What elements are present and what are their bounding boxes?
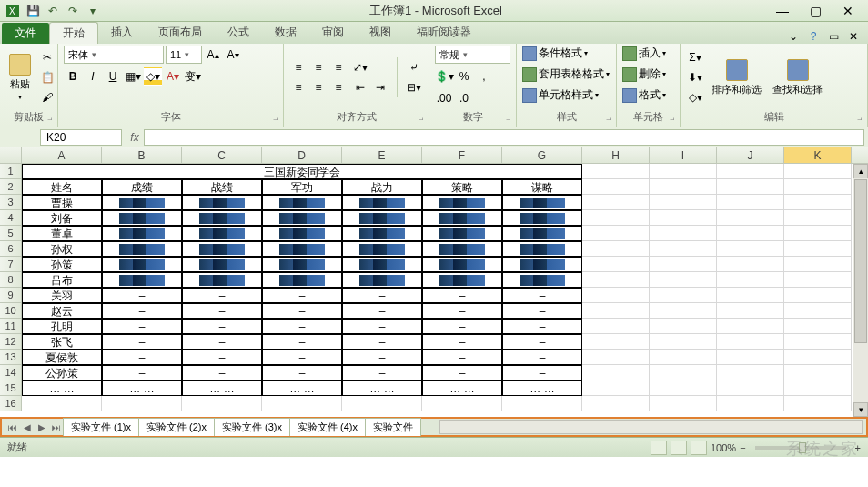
cell-I5[interactable]: [650, 226, 717, 241]
cell-G15[interactable]: … …: [502, 380, 582, 396]
cell-B10[interactable]: –: [102, 303, 182, 319]
cell-J9[interactable]: [717, 288, 784, 303]
cell-A1[interactable]: 三国新委同学会: [22, 164, 582, 179]
cell-E11[interactable]: –: [342, 319, 422, 334]
redo-icon[interactable]: ↷: [64, 2, 82, 20]
phonetic-button[interactable]: 变▾: [184, 67, 202, 86]
cell-E3[interactable]: [342, 195, 422, 210]
cell-C4[interactable]: [182, 210, 262, 226]
cell-J3[interactable]: [717, 195, 784, 210]
cell-H14[interactable]: [582, 365, 650, 380]
cell-K7[interactable]: [784, 257, 852, 272]
cell-B14[interactable]: –: [102, 365, 182, 380]
percent-icon[interactable]: %: [455, 67, 473, 86]
zoom-out-icon[interactable]: −: [740, 442, 745, 453]
view-normal-icon[interactable]: [651, 441, 667, 455]
tab-2[interactable]: 页面布局: [146, 22, 215, 44]
cell-B16[interactable]: [102, 396, 182, 411]
cell-A4[interactable]: 刘备: [22, 210, 102, 226]
ribbon-minimize-icon[interactable]: ⌄: [786, 29, 801, 44]
cell-C9[interactable]: –: [182, 288, 262, 303]
cell-B13[interactable]: –: [102, 350, 182, 365]
format-cells-button[interactable]: 格式▾: [622, 87, 674, 103]
wrap-text-icon[interactable]: ⤶: [405, 58, 423, 76]
tab-6[interactable]: 视图: [357, 22, 404, 44]
col-header-A[interactable]: A: [22, 147, 102, 163]
tab-3[interactable]: 公式: [215, 22, 262, 44]
cell-C2[interactable]: 战绩: [182, 179, 262, 195]
cell-F11[interactable]: –: [422, 319, 502, 334]
cell-D8[interactable]: [262, 272, 342, 288]
cell-E4[interactable]: [342, 210, 422, 226]
cell-C11[interactable]: –: [182, 319, 262, 334]
cell-I15[interactable]: [650, 380, 717, 396]
cell-E7[interactable]: [342, 257, 422, 272]
underline-button[interactable]: U: [104, 67, 122, 86]
increase-decimal-icon[interactable]: .00: [435, 89, 453, 107]
clear-icon[interactable]: ◇▾: [686, 88, 704, 107]
cell-F12[interactable]: –: [422, 334, 502, 350]
font-color-button[interactable]: A▾: [164, 67, 182, 86]
cell-K1[interactable]: [784, 164, 852, 179]
cell-F7[interactable]: [422, 257, 502, 272]
cell-K9[interactable]: [784, 288, 852, 303]
cell-J10[interactable]: [717, 303, 784, 319]
cell-F4[interactable]: [422, 210, 502, 226]
cell-J2[interactable]: [717, 179, 784, 195]
cell-J16[interactable]: [717, 396, 784, 411]
cell-H12[interactable]: [582, 334, 650, 350]
tab-0[interactable]: 开始: [49, 22, 98, 44]
tab-file[interactable]: 文件: [2, 23, 49, 44]
cell-styles-button[interactable]: 单元格样式▾: [522, 87, 611, 103]
cell-F8[interactable]: [422, 272, 502, 288]
cell-E14[interactable]: –: [342, 365, 422, 380]
format-table-button[interactable]: 套用表格格式▾: [522, 66, 611, 82]
cell-D15[interactable]: … …: [262, 380, 342, 396]
cell-A5[interactable]: 董卓: [22, 226, 102, 241]
col-header-F[interactable]: F: [422, 147, 502, 163]
cell-H11[interactable]: [582, 319, 650, 334]
cell-A6[interactable]: 孙权: [22, 241, 102, 257]
cell-G3[interactable]: [502, 195, 582, 210]
cell-B6[interactable]: [102, 241, 182, 257]
col-header-G[interactable]: G: [502, 147, 582, 163]
cell-B4[interactable]: [102, 210, 182, 226]
cell-E8[interactable]: [342, 272, 422, 288]
font-name-combo[interactable]: 宋体: [64, 46, 164, 64]
cell-I10[interactable]: [650, 303, 717, 319]
cell-H3[interactable]: [582, 195, 650, 210]
cell-D9[interactable]: –: [262, 288, 342, 303]
cell-I7[interactable]: [650, 257, 717, 272]
select-all-corner[interactable]: [0, 147, 22, 163]
grow-font-icon[interactable]: A▴: [204, 46, 222, 64]
cell-I4[interactable]: [650, 210, 717, 226]
cell-C3[interactable]: [182, 195, 262, 210]
cell-I13[interactable]: [650, 350, 717, 365]
cell-J11[interactable]: [717, 319, 784, 334]
cell-A3[interactable]: 曹操: [22, 195, 102, 210]
cell-I11[interactable]: [650, 319, 717, 334]
align-middle-icon[interactable]: ≡: [309, 58, 328, 76]
cell-H1[interactable]: [582, 164, 650, 179]
cell-J6[interactable]: [717, 241, 784, 257]
cell-B3[interactable]: [102, 195, 182, 210]
scroll-down-icon[interactable]: ▾: [853, 402, 868, 417]
cell-E9[interactable]: –: [342, 288, 422, 303]
col-header-I[interactable]: I: [650, 147, 717, 163]
spreadsheet-grid[interactable]: ABCDEFGHIJK 12345678910111213141516 三国新委…: [0, 147, 868, 417]
cell-E5[interactable]: [342, 226, 422, 241]
cell-A2[interactable]: 姓名: [22, 179, 102, 195]
cell-F13[interactable]: –: [422, 350, 502, 365]
tab-5[interactable]: 审阅: [309, 22, 357, 44]
number-format-combo[interactable]: 常规: [435, 46, 510, 64]
align-bottom-icon[interactable]: ≡: [329, 58, 348, 76]
cell-H15[interactable]: [582, 380, 650, 396]
cell-F6[interactable]: [422, 241, 502, 257]
cell-K8[interactable]: [784, 272, 852, 288]
cell-C7[interactable]: [182, 257, 262, 272]
row-header-14[interactable]: 14: [0, 365, 22, 380]
col-header-C[interactable]: C: [182, 147, 262, 163]
merge-center-icon[interactable]: ⊟▾: [405, 78, 423, 96]
bold-button[interactable]: B: [64, 67, 82, 86]
tab-nav-next-icon[interactable]: ▶: [35, 420, 49, 434]
